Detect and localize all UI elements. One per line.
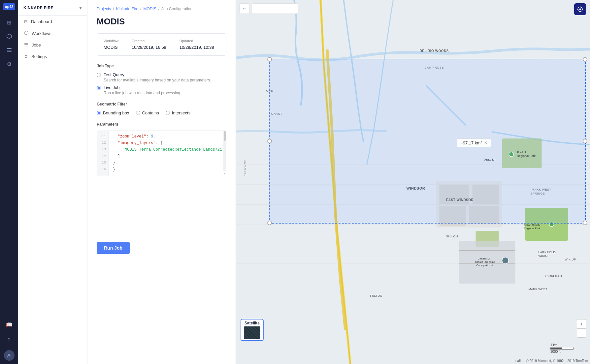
sidebar-item-dashboard[interactable]: ⊞ xyxy=(3,16,15,28)
bbox-radio[interactable] xyxy=(97,111,101,115)
geometric-filter-label: Geometric Filter xyxy=(97,102,226,106)
map-panel: DEL RIO WOODS CAMP ROSE CHE GRANT WINDSO… xyxy=(236,0,590,364)
geo-intersects[interactable]: Intersects xyxy=(166,110,190,115)
area-value: ~97.17 km² xyxy=(460,140,482,145)
nav-workflows-label: Workflows xyxy=(32,31,51,36)
sidebar-item-settings[interactable]: ⚙ xyxy=(3,58,15,70)
map-handle-mr[interactable] xyxy=(583,139,587,143)
map-selection-rect[interactable] xyxy=(269,59,586,224)
svg-text:Shiloh Ranch: Shiloh Ranch xyxy=(524,224,540,227)
svg-text:Eastside Rd: Eastside Rd xyxy=(244,160,247,176)
satellite-button[interactable]: Satellite xyxy=(241,319,264,341)
contains-radio[interactable] xyxy=(136,111,140,115)
workflow-label: Workflow xyxy=(104,39,118,43)
map-search-input[interactable] xyxy=(252,3,298,14)
sidebar-item-workflows[interactable] xyxy=(3,30,15,42)
nav-settings-label: Settings xyxy=(31,54,47,59)
map-handle-tl[interactable] xyxy=(267,57,272,62)
breadcrumb-modis[interactable]: MODIS xyxy=(143,7,156,11)
map-handle-tr[interactable] xyxy=(583,57,587,62)
scale-ft: 3000 ft xyxy=(550,350,574,353)
nav-workflows[interactable]: Workflows xyxy=(18,27,87,39)
ln-13: 13 xyxy=(100,147,106,153)
satellite-toggle[interactable]: Satellite xyxy=(241,319,264,341)
nav-jobs[interactable]: Jobs xyxy=(18,39,87,51)
live-job-radio[interactable] xyxy=(97,86,101,90)
job-type-test[interactable]: Test Query Search for available imagery … xyxy=(97,72,226,82)
form-panel: Projects / Kinkade Fire / MODIS / Job Co… xyxy=(87,0,236,364)
svg-text:WIKIUP: WIKIUP xyxy=(539,254,550,258)
resize-handle[interactable]: ◢ xyxy=(221,171,226,176)
breadcrumb-current: Job Configuration xyxy=(161,7,192,11)
nav-settings[interactable]: ⚙ Settings xyxy=(18,51,87,62)
main-content: Projects / Kinkade Fire / MODIS / Job Co… xyxy=(87,0,590,364)
code-line-16: } xyxy=(113,167,222,173)
test-query-desc: Search for available imagery based on yo… xyxy=(104,78,211,82)
chevron-down-icon[interactable]: ▾ xyxy=(79,5,82,11)
intersects-label: Intersects xyxy=(172,110,190,115)
job-type-live[interactable]: Live Job Run a live job with real data a… xyxy=(97,85,226,95)
svg-rect-3 xyxy=(7,51,12,52)
svg-text:LARKFIELD-: LARKFIELD- xyxy=(539,251,557,254)
map-handle-bl[interactable] xyxy=(267,221,272,225)
updated-label: Updated xyxy=(180,39,214,43)
intersects-radio[interactable] xyxy=(166,111,170,115)
geo-contains[interactable]: Contains xyxy=(136,110,159,115)
nav-dashboard[interactable]: ⊞ Dashboard xyxy=(18,16,87,27)
workflow-value: MODIS xyxy=(104,45,118,50)
content-area: Projects / Kinkade Fire / MODIS / Job Co… xyxy=(87,0,590,364)
live-job-desc: Run a live job with real data and proces… xyxy=(104,91,181,95)
workflow-field: Workflow MODIS xyxy=(104,39,118,50)
zoom-out-button[interactable]: − xyxy=(577,328,586,338)
close-area-button[interactable]: ✕ xyxy=(484,140,487,145)
svg-text:SHILOH: SHILOH xyxy=(446,235,458,238)
svg-rect-8 xyxy=(24,46,28,46)
scale-km: 1 km xyxy=(550,343,558,347)
breadcrumb-kinkade[interactable]: Kinkade Fire xyxy=(116,7,138,11)
line-numbers: 11 12 13 14 15 16 xyxy=(97,131,109,176)
scrollbar-thumb xyxy=(224,131,226,141)
map-target-button[interactable] xyxy=(574,3,586,15)
code-line-14: ] xyxy=(113,153,222,160)
map-handle-br[interactable] xyxy=(583,221,587,225)
svg-text:DEL RIO WOODS: DEL RIO WOODS xyxy=(420,49,449,53)
sidebar-item-docs[interactable]: 📖 xyxy=(3,318,15,330)
svg-point-50 xyxy=(502,257,509,264)
test-query-radio[interactable] xyxy=(97,73,101,77)
geo-bbox[interactable]: Bounding box xyxy=(97,110,129,115)
svg-point-60 xyxy=(579,9,581,10)
code-line-15: } xyxy=(113,160,222,167)
job-type-label: Job Type xyxy=(97,64,226,68)
svg-text:MARK WEST: MARK WEST xyxy=(529,288,547,291)
run-job-button[interactable]: Run Job xyxy=(97,242,130,254)
app-logo: up42 xyxy=(3,3,16,10)
back-icon: ← xyxy=(242,6,247,11)
left-nav-panel: KINKADE FIRE ▾ ⊞ Dashboard Workflows Job… xyxy=(18,0,87,364)
breadcrumb-sep2: / xyxy=(140,7,141,11)
zoom-in-button[interactable]: + xyxy=(577,319,586,328)
sidebar-item-jobs[interactable] xyxy=(3,44,15,56)
user-avatar[interactable] xyxy=(4,350,15,361)
breadcrumb-projects[interactable]: Projects xyxy=(97,7,111,11)
ln-12: 12 xyxy=(100,140,106,147)
project-name: KINKADE FIRE xyxy=(23,6,53,10)
created-value: 10/28/2019, 16:58 xyxy=(132,45,166,50)
updated-value: 10/29/2019, 10:38 xyxy=(180,45,214,50)
sidebar-item-help[interactable]: ? xyxy=(3,334,15,346)
code-content[interactable]: "zoom_level": 9, "imagery_layers": [ "MO… xyxy=(109,131,226,176)
code-editor[interactable]: 11 12 13 14 15 16 "zoom_level": 9, "imag… xyxy=(97,131,226,176)
nav-jobs-label: Jobs xyxy=(32,43,41,47)
created-field: Created 10/28/2019, 16:58 xyxy=(132,39,166,50)
svg-marker-0 xyxy=(7,34,12,39)
map-attribution: Leaflet | © 2019 Microsoft, © 1992 – 201… xyxy=(513,359,588,363)
ln-14: 14 xyxy=(100,153,106,160)
code-scrollbar[interactable] xyxy=(223,131,226,171)
svg-text:Charles M: Charles M xyxy=(478,257,490,260)
sidebar: up42 ⊞ ⚙ 📖 ? xyxy=(0,0,18,364)
map-back-button[interactable]: ← xyxy=(239,3,250,14)
code-line-11: "zoom_level": 9, xyxy=(113,134,222,140)
map-toolbar: ← xyxy=(239,3,298,14)
ln-16: 16 xyxy=(100,167,106,173)
parameters-label: Parameters xyxy=(97,122,226,127)
map-handle-ml[interactable] xyxy=(267,139,272,143)
